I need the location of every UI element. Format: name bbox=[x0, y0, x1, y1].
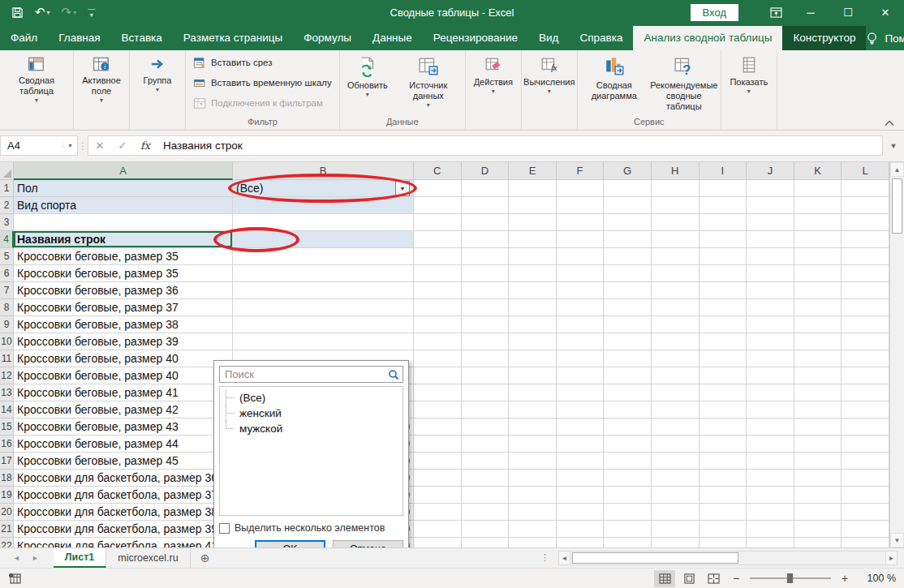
cell-A17[interactable]: Кроссовки беговые, размер 45 bbox=[14, 453, 233, 470]
scroll-down-icon[interactable]: ▼ bbox=[890, 533, 904, 547]
timeline-button[interactable]: Вставить временную шкалу bbox=[191, 74, 334, 92]
undo-icon[interactable]: ↶▾ bbox=[35, 5, 50, 19]
cell-G6[interactable] bbox=[604, 265, 652, 282]
horizontal-scroll-thumb[interactable] bbox=[572, 552, 738, 564]
cell-K10[interactable] bbox=[794, 333, 842, 350]
cell-G13[interactable] bbox=[604, 384, 652, 401]
cell-G5[interactable] bbox=[604, 248, 652, 265]
cell-G21[interactable] bbox=[604, 521, 652, 538]
pivot-chart-button[interactable]: Сводная диаграмма bbox=[579, 52, 649, 116]
cell-K5[interactable] bbox=[794, 248, 842, 265]
cell-K22[interactable] bbox=[794, 538, 842, 547]
cell-H21[interactable] bbox=[652, 521, 700, 538]
cell-H3[interactable] bbox=[652, 214, 700, 231]
cell-K15[interactable] bbox=[794, 418, 842, 436]
cell-E3[interactable] bbox=[509, 214, 557, 231]
column-header-f[interactable]: F bbox=[557, 162, 605, 180]
cell-L22[interactable] bbox=[842, 538, 889, 547]
cell-L15[interactable] bbox=[842, 418, 889, 436]
cell-C16[interactable] bbox=[414, 436, 462, 453]
search-input[interactable]: Поиск bbox=[219, 366, 403, 383]
cell-L12[interactable] bbox=[842, 367, 889, 384]
cell-G14[interactable] bbox=[604, 401, 652, 418]
insert-function-icon[interactable]: fx bbox=[134, 139, 157, 152]
cell-G3[interactable] bbox=[604, 214, 652, 231]
cell-I6[interactable] bbox=[700, 265, 747, 282]
cell-J11[interactable] bbox=[747, 350, 794, 367]
cell-K2[interactable] bbox=[794, 197, 842, 214]
vertical-scroll-thumb[interactable] bbox=[892, 178, 902, 234]
multi-select-option[interactable]: Выделить несколько элементов bbox=[219, 522, 403, 534]
cell-E17[interactable] bbox=[509, 453, 557, 470]
confirm-entry-icon[interactable]: ✓ bbox=[111, 139, 134, 152]
cell-F5[interactable] bbox=[557, 248, 605, 265]
cell-I1[interactable] bbox=[700, 180, 747, 197]
cell-J13[interactable] bbox=[747, 384, 794, 401]
cell-H2[interactable] bbox=[652, 197, 700, 214]
cell-F10[interactable] bbox=[557, 333, 605, 350]
cell-A2[interactable]: Вид спорта bbox=[14, 197, 233, 214]
cell-G4[interactable] bbox=[604, 231, 652, 248]
save-icon[interactable] bbox=[11, 6, 24, 19]
cell-G19[interactable] bbox=[604, 487, 652, 504]
cell-J21[interactable] bbox=[747, 521, 794, 538]
cell-F7[interactable] bbox=[557, 282, 605, 299]
cell-A6[interactable]: Кроссовки беговые, размер 35 bbox=[14, 265, 233, 282]
cell-H13[interactable] bbox=[652, 384, 700, 401]
cell-H17[interactable] bbox=[652, 453, 700, 470]
cell-G9[interactable] bbox=[604, 316, 652, 333]
cell-C9[interactable] bbox=[414, 316, 462, 333]
select-all-corner[interactable] bbox=[0, 162, 14, 180]
cell-K7[interactable] bbox=[794, 282, 842, 299]
cell-B7[interactable] bbox=[233, 282, 414, 299]
help-assistant-label[interactable]: Помощн bbox=[885, 32, 904, 45]
cell-C15[interactable] bbox=[414, 418, 462, 436]
tab-файл[interactable]: Файл bbox=[0, 26, 48, 50]
cell-E1[interactable] bbox=[509, 180, 557, 197]
cell-C20[interactable] bbox=[414, 504, 462, 521]
cell-G17[interactable] bbox=[604, 453, 652, 470]
row-header-4[interactable]: 4 bbox=[0, 231, 14, 248]
expand-formula-bar-icon[interactable]: ▼ bbox=[883, 142, 904, 150]
cell-J8[interactable] bbox=[747, 299, 794, 316]
tab-вставка[interactable]: Вставка bbox=[111, 26, 173, 50]
cell-J1[interactable] bbox=[747, 180, 794, 197]
cell-I8[interactable] bbox=[700, 299, 747, 316]
cell-D5[interactable] bbox=[462, 248, 510, 265]
cell-L4[interactable] bbox=[842, 231, 889, 248]
cell-F9[interactable] bbox=[557, 316, 605, 333]
sheet-tab-лист1[interactable]: Лист1 bbox=[54, 548, 106, 568]
cell-B6[interactable] bbox=[233, 265, 414, 282]
cell-H20[interactable] bbox=[652, 504, 700, 521]
cell-E15[interactable] bbox=[509, 418, 557, 436]
cell-A9[interactable]: Кроссовки беговые, размер 38 bbox=[14, 316, 233, 333]
cell-J15[interactable] bbox=[747, 418, 794, 436]
row-header-6[interactable]: 6 bbox=[0, 265, 14, 282]
cell-I9[interactable] bbox=[700, 316, 747, 333]
cell-L8[interactable] bbox=[842, 299, 889, 316]
cell-F6[interactable] bbox=[557, 265, 605, 282]
cell-I3[interactable] bbox=[700, 214, 747, 231]
cell-F15[interactable] bbox=[557, 418, 605, 436]
cell-H22[interactable] bbox=[652, 538, 700, 547]
cell-J4[interactable] bbox=[747, 231, 794, 248]
cancel-entry-icon[interactable]: ✕ bbox=[88, 139, 111, 152]
cell-D10[interactable] bbox=[462, 333, 510, 350]
cell-L2[interactable] bbox=[842, 197, 889, 214]
cell-D6[interactable] bbox=[462, 265, 510, 282]
tab-анализ-сводной-таблицы[interactable]: Анализ сводной таблицы bbox=[633, 26, 782, 50]
cell-J12[interactable] bbox=[747, 367, 794, 384]
cell-K8[interactable] bbox=[794, 299, 842, 316]
page-break-view-icon[interactable] bbox=[703, 570, 724, 587]
cell-J14[interactable] bbox=[747, 401, 794, 418]
cell-D13[interactable] bbox=[462, 384, 510, 401]
filter-dropdown-button[interactable]: ▼ bbox=[395, 181, 410, 196]
cell-I12[interactable] bbox=[700, 367, 747, 384]
maximize-button[interactable]: ☐ bbox=[829, 0, 867, 24]
cell-C6[interactable] bbox=[414, 265, 462, 282]
slicer-button[interactable]: Вставить срез bbox=[191, 54, 334, 71]
cell-C14[interactable] bbox=[414, 401, 462, 418]
cell-L5[interactable] bbox=[842, 248, 889, 265]
row-header-11[interactable]: 11 bbox=[0, 350, 14, 367]
tab-справка[interactable]: Справка bbox=[569, 26, 633, 50]
